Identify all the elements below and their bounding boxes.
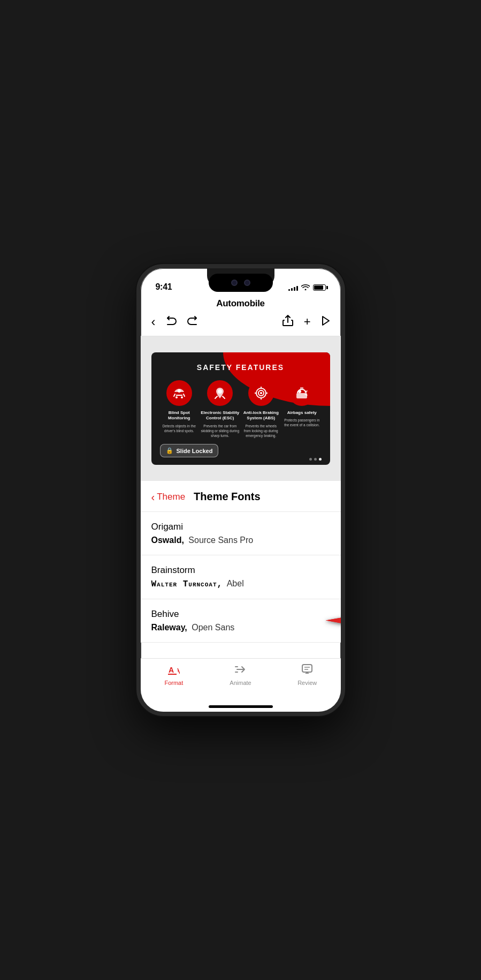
tab-review[interactable]: Review [274,664,341,686]
theme-label: Theme [157,492,185,502]
status-icons [288,283,326,292]
play-button[interactable] [322,315,330,329]
abs-name: Anti-lock Braking System (ABS) [242,410,281,421]
slide-preview-area[interactable]: SAFETY FEATURES [141,336,341,481]
font-option-origami-fonts: Oswald, ​ Source Sans Pro [151,536,330,545]
wifi-icon [301,283,310,292]
format-label: Format [164,680,183,686]
svg-point-5 [218,389,222,394]
slide-content: SAFETY FEATURES [151,352,330,444]
home-indicator-bar [209,705,273,708]
svg-text:A: A [169,666,174,674]
share-button[interactable] [283,315,293,329]
add-button[interactable]: + [304,315,311,329]
font-option-brainstorm[interactable]: Brainstorm Walter Turncoat, ​ Abel [141,555,341,599]
review-label: Review [297,680,317,686]
page-dot-1 [309,458,312,461]
toolbar-left: ‹ [151,314,198,329]
stability-name: Electronic Stability Control (ESC) [201,410,240,421]
redo-button[interactable] [187,315,198,329]
font-option-behive-fonts: Raleway, ​ Open Sans [151,623,330,632]
battery-icon [313,284,326,291]
theme-fonts-panel: ‹ Theme Theme Fonts Origami Oswald, ​ So… [141,481,341,643]
font-option-origami-name: Origami [151,522,330,532]
behive-secondary-font: ​ Open Sans [189,623,235,632]
phone-frame: 9:41 Automobile ‹ [136,264,345,716]
blind-spot-icon-circle [166,380,192,406]
svg-rect-15 [300,387,303,390]
format-icon: A [168,664,180,677]
review-icon [302,664,312,677]
app-title-bar: Automobile [141,296,341,314]
toolbar: ‹ + [141,314,341,336]
theme-fonts-panel-wrapper: ‹ Theme Theme Fonts Origami Oswald, ​ So… [141,481,341,658]
stability-icon [212,386,227,401]
animate-label: Animate [230,680,251,686]
font-option-behive[interactable]: Behive Raleway, ​ Open Sans [141,599,341,643]
airbag-icon-circle [289,380,315,406]
abs-desc: Prevents the wheels from locking up duri… [242,424,281,438]
bottom-tab-bar: A Format Animate [141,658,341,701]
page-dot-2 [314,458,317,461]
back-button[interactable]: ‹ [151,314,156,329]
svg-point-3 [181,396,183,398]
slide-card[interactable]: SAFETY FEATURES [151,352,330,465]
app-title: Automobile [216,298,265,308]
font-option-origami[interactable]: Origami Oswald, ​ Source Sans Pro [141,512,341,555]
feature-abs: Anti-lock Braking System (ABS) Prevents … [242,380,281,438]
svg-point-8 [260,392,262,394]
airbag-desc: Protects passengers in the event of a co… [283,418,322,427]
abs-icon [254,386,269,401]
svg-rect-22 [302,665,312,672]
page-dots [309,458,322,461]
toolbar-right: + [283,315,330,329]
page-dot-3 [319,458,322,461]
back-chevron-icon: ‹ [151,492,155,502]
brainstorm-primary-font: Walter Turncoat, [151,579,223,589]
airbag-name: Airbags safety [287,410,317,416]
lock-icon: 🔒 [166,447,173,454]
behive-primary-font: Raleway, [151,623,187,632]
stability-icon-circle [207,380,233,406]
theme-back-button[interactable]: ‹ Theme [151,492,186,502]
brainstorm-secondary-font: ​ Abel [225,579,244,589]
svg-rect-13 [296,393,307,398]
front-camera [231,280,238,286]
abs-icon-circle [248,380,274,406]
tab-format[interactable]: A Format [141,664,208,686]
face-id-sensor [244,280,250,286]
svg-point-2 [175,396,178,398]
theme-fonts-header: ‹ Theme Theme Fonts [141,481,341,512]
tab-animate[interactable]: Animate [207,664,274,686]
status-time: 9:41 [156,282,172,292]
signal-icon [288,284,298,291]
feature-airbag: Airbags safety Protects passengers in th… [283,380,322,438]
feature-blind-spot: Blind Spot Monitoring Detects objects in… [160,380,199,438]
slide-locked-text: Slide Locked [177,448,213,454]
slide-locked-badge: 🔒 Slide Locked [160,444,219,457]
svg-point-14 [298,390,301,393]
animate-icon [235,664,247,677]
slide-title: SAFETY FEATURES [160,363,322,372]
theme-fonts-title: Theme Fonts [194,491,260,503]
home-indicator [141,701,341,712]
font-option-behive-name: Behive [151,609,330,620]
origami-secondary-font: ​ Source Sans Pro [186,536,253,545]
dynamic-island [209,274,273,292]
blind-spot-desc: Detects objects in the driver's blind sp… [160,424,199,433]
font-option-brainstorm-name: Brainstorm [151,565,330,576]
blind-spot-name: Blind Spot Monitoring [160,410,199,421]
feature-stability: Electronic Stability Control (ESC) Preve… [201,380,240,438]
blind-spot-icon [172,386,187,401]
font-option-brainstorm-fonts: Walter Turncoat, ​ Abel [151,579,330,589]
undo-button[interactable] [165,315,177,329]
features-grid: Blind Spot Monitoring Detects objects in… [160,380,322,438]
stability-desc: Prevents the car from skidding or slidin… [201,424,240,438]
airbag-icon [294,386,309,401]
origami-primary-font: Oswald, [151,536,184,545]
